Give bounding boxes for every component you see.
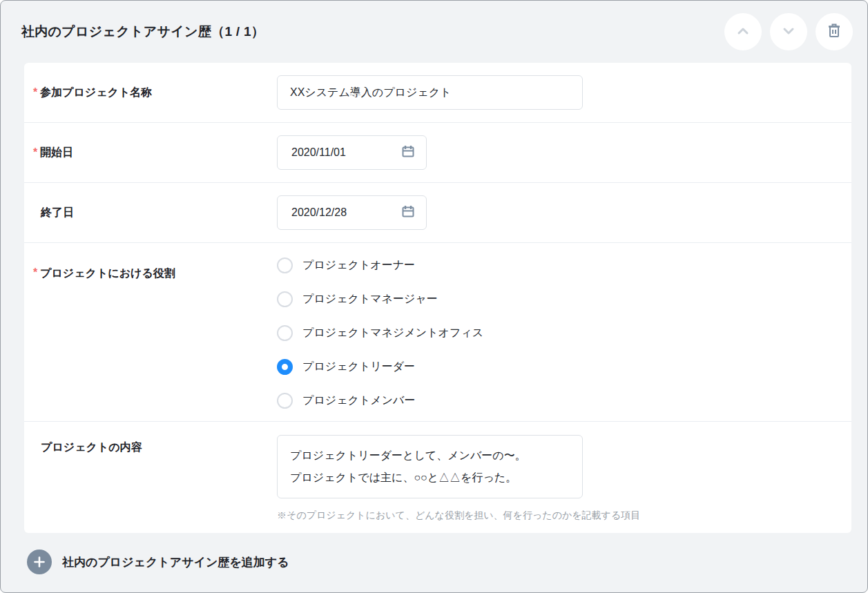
field-cell: 2020/12/28 bbox=[277, 183, 427, 242]
radio-icon bbox=[277, 291, 293, 307]
project-name-input[interactable] bbox=[277, 75, 583, 110]
start-date-value: 2020/11/01 bbox=[291, 146, 400, 159]
form-row-start-date: * 開始日 2020/11/01 bbox=[24, 123, 851, 183]
radio-icon bbox=[277, 359, 293, 375]
chevron-up-icon bbox=[735, 23, 751, 41]
calendar-icon bbox=[400, 203, 416, 222]
chevron-down-icon bbox=[780, 23, 797, 41]
required-marker: * bbox=[33, 266, 40, 279]
section-header: 社内のプロジェクトアサイン歴（1 / 1） bbox=[1, 1, 867, 63]
form-row-project-name: * 参加プロジェクト名称 bbox=[24, 63, 851, 123]
field-label-text: プロジェクトの内容 bbox=[41, 440, 142, 455]
radio-option-pmo[interactable]: プロジェクトマネジメントオフィス bbox=[277, 316, 483, 350]
field-label-project-name: * 参加プロジェクト名称 bbox=[24, 63, 277, 122]
field-label-text: プロジェクトにおける役割 bbox=[40, 266, 175, 281]
field-label-text: 参加プロジェクト名称 bbox=[40, 86, 152, 100]
description-helper-note: ※そのプロジェクトにおいて、どんな役割を担い、何を行ったのかを記載する項目 bbox=[277, 509, 640, 522]
trash-icon bbox=[825, 22, 843, 42]
delete-button[interactable] bbox=[816, 13, 853, 50]
end-date-value: 2020/12/28 bbox=[291, 206, 400, 219]
field-label-start-date: * 開始日 bbox=[24, 123, 277, 182]
required-marker: * bbox=[33, 146, 40, 159]
radio-icon bbox=[277, 257, 293, 273]
field-cell bbox=[277, 63, 583, 122]
project-description-textarea[interactable]: プロジェクトリーダーとして、メンバーの〜。 プロジェクトでは主に、○○と△△を行… bbox=[277, 435, 583, 498]
add-assignment-label: 社内のプロジェクトアサイン歴を追加する bbox=[62, 554, 289, 570]
form-row-description: プロジェクトの内容 プロジェクトリーダーとして、メンバーの〜。 プロジェクトでは… bbox=[24, 422, 851, 533]
move-up-button[interactable] bbox=[724, 13, 762, 50]
section-title: 社内のプロジェクトアサイン歴（1 / 1） bbox=[21, 23, 264, 41]
move-down-button[interactable] bbox=[770, 13, 807, 50]
section-footer: 社内のプロジェクトアサイン歴を追加する bbox=[1, 533, 867, 591]
start-date-input[interactable]: 2020/11/01 bbox=[277, 135, 427, 170]
field-label-end-date: 終了日 bbox=[24, 183, 277, 242]
radio-icon bbox=[277, 325, 293, 341]
field-label-role: * プロジェクトにおける役割 bbox=[24, 243, 277, 421]
radio-option-project-owner[interactable]: プロジェクトオーナー bbox=[277, 249, 483, 282]
radio-option-project-leader[interactable]: プロジェクトリーダー bbox=[277, 350, 483, 384]
radio-icon bbox=[277, 393, 293, 409]
calendar-icon bbox=[400, 143, 416, 162]
field-label-text: 開始日 bbox=[40, 146, 73, 160]
field-cell: プロジェクトリーダーとして、メンバーの〜。 プロジェクトでは主に、○○と△△を行… bbox=[277, 422, 640, 533]
field-label-text: 終了日 bbox=[41, 206, 74, 220]
end-date-input[interactable]: 2020/12/28 bbox=[277, 195, 427, 230]
form-panel: * 参加プロジェクト名称 * 開始日 2020/11/01 bbox=[24, 63, 851, 533]
field-cell: 2020/11/01 bbox=[277, 123, 427, 182]
add-assignment-button[interactable]: 社内のプロジェクトアサイン歴を追加する bbox=[27, 550, 289, 574]
role-radio-group: プロジェクトオーナー プロジェクトマネージャー プロジェクトマネジメントオフィス… bbox=[277, 243, 483, 421]
radio-option-project-member[interactable]: プロジェクトメンバー bbox=[277, 384, 483, 418]
project-assignment-section: 社内のプロジェクトアサイン歴（1 / 1） bbox=[0, 0, 868, 593]
field-label-description: プロジェクトの内容 bbox=[24, 422, 277, 533]
required-marker: * bbox=[33, 86, 40, 99]
plus-icon bbox=[27, 550, 52, 574]
form-row-end-date: 終了日 2020/12/28 bbox=[24, 183, 851, 243]
radio-option-project-manager[interactable]: プロジェクトマネージャー bbox=[277, 282, 483, 316]
form-row-role: * プロジェクトにおける役割 プロジェクトオーナー プロジェクトマネージャー プ… bbox=[24, 243, 851, 422]
header-actions bbox=[724, 13, 853, 50]
